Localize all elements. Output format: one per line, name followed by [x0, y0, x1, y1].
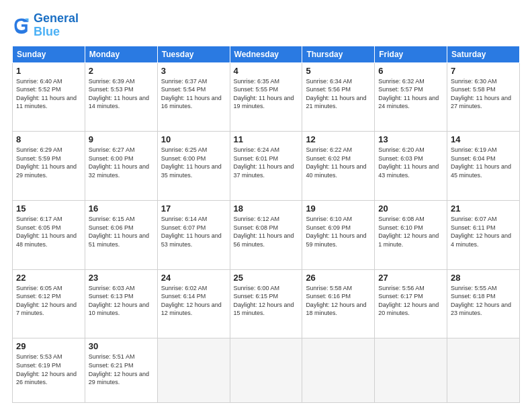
day-number: 4	[234, 66, 299, 76]
calendar-day-cell: 7Sunrise: 6:30 AMSunset: 5:58 PMDaylight…	[447, 62, 520, 132]
calendar-day-cell: 18Sunrise: 6:12 AMSunset: 6:08 PMDayligh…	[230, 200, 302, 269]
calendar-day-cell: 29Sunrise: 5:53 AMSunset: 6:19 PMDayligh…	[13, 338, 85, 403]
page: GeneralBlue SundayMondayTuesdayWednesday…	[0, 0, 532, 411]
day-number: 11	[234, 134, 299, 144]
calendar-day-cell: 9Sunrise: 6:27 AMSunset: 6:00 PMDaylight…	[85, 132, 157, 201]
day-number: 13	[378, 134, 443, 144]
day-number: 29	[16, 341, 81, 351]
day-info: Sunrise: 5:53 AMSunset: 6:19 PMDaylight:…	[16, 353, 81, 386]
day-number: 17	[161, 203, 226, 214]
calendar-day-cell	[302, 338, 375, 403]
day-number: 30	[89, 341, 154, 351]
day-info: Sunrise: 6:07 AMSunset: 6:11 PMDaylight:…	[451, 215, 516, 248]
calendar-day-cell: 8Sunrise: 6:29 AMSunset: 5:59 PMDaylight…	[13, 132, 85, 201]
calendar-day-cell: 28Sunrise: 5:55 AMSunset: 6:18 PMDayligh…	[447, 269, 520, 338]
day-info: Sunrise: 6:12 AMSunset: 6:08 PMDaylight:…	[234, 215, 299, 248]
calendar-day-cell: 22Sunrise: 6:05 AMSunset: 6:12 PMDayligh…	[13, 269, 85, 338]
day-number: 22	[16, 273, 81, 283]
day-number: 21	[451, 203, 516, 214]
calendar-day-cell: 16Sunrise: 6:15 AMSunset: 6:06 PMDayligh…	[85, 200, 157, 269]
day-number: 16	[89, 203, 154, 214]
day-info: Sunrise: 6:02 AMSunset: 6:14 PMDaylight:…	[161, 284, 226, 318]
day-info: Sunrise: 6:24 AMSunset: 6:01 PMDaylight:…	[234, 146, 299, 179]
day-number: 10	[161, 134, 226, 144]
calendar-day-cell: 25Sunrise: 6:00 AMSunset: 6:15 PMDayligh…	[230, 269, 302, 338]
day-info: Sunrise: 6:37 AMSunset: 5:54 PMDaylight:…	[161, 77, 226, 111]
day-number: 26	[306, 273, 371, 283]
calendar-day-cell	[375, 338, 447, 403]
column-header-saturday: Saturday	[447, 46, 520, 62]
day-number: 8	[16, 134, 81, 144]
column-header-monday: Monday	[85, 46, 157, 62]
day-number: 24	[161, 273, 226, 283]
day-info: Sunrise: 5:58 AMSunset: 6:16 PMDaylight:…	[306, 284, 371, 318]
calendar-day-cell: 26Sunrise: 5:58 AMSunset: 6:16 PMDayligh…	[302, 269, 375, 338]
calendar-day-cell: 20Sunrise: 6:08 AMSunset: 6:10 PMDayligh…	[375, 200, 447, 269]
logo: GeneralBlue	[12, 12, 79, 39]
day-number: 20	[378, 203, 443, 214]
day-info: Sunrise: 5:56 AMSunset: 6:17 PMDaylight:…	[378, 284, 443, 318]
day-number: 15	[16, 203, 81, 214]
calendar-day-cell: 30Sunrise: 5:51 AMSunset: 6:21 PMDayligh…	[85, 338, 157, 403]
day-info: Sunrise: 6:10 AMSunset: 6:09 PMDaylight:…	[306, 215, 371, 248]
day-number: 2	[89, 66, 154, 76]
day-info: Sunrise: 6:15 AMSunset: 6:06 PMDaylight:…	[89, 215, 154, 248]
calendar-day-cell: 17Sunrise: 6:14 AMSunset: 6:07 PMDayligh…	[157, 200, 230, 269]
day-info: Sunrise: 6:00 AMSunset: 6:15 PMDaylight:…	[234, 284, 299, 318]
header: GeneralBlue	[12, 12, 520, 39]
day-info: Sunrise: 6:29 AMSunset: 5:59 PMDaylight:…	[16, 146, 81, 179]
day-info: Sunrise: 6:19 AMSunset: 6:04 PMDaylight:…	[451, 146, 516, 179]
calendar-day-cell	[157, 338, 230, 403]
day-number: 28	[451, 273, 516, 283]
day-info: Sunrise: 6:03 AMSunset: 6:13 PMDaylight:…	[89, 284, 154, 318]
calendar-day-cell: 5Sunrise: 6:34 AMSunset: 5:56 PMDaylight…	[302, 62, 375, 132]
calendar-day-cell: 3Sunrise: 6:37 AMSunset: 5:54 PMDaylight…	[157, 62, 230, 132]
calendar-day-cell: 4Sunrise: 6:35 AMSunset: 5:55 PMDaylight…	[230, 62, 302, 132]
day-info: Sunrise: 6:22 AMSunset: 6:02 PMDaylight:…	[306, 146, 371, 179]
calendar-table: SundayMondayTuesdayWednesdayThursdayFrid…	[12, 46, 520, 403]
calendar-day-cell	[230, 338, 302, 403]
calendar-day-cell: 19Sunrise: 6:10 AMSunset: 6:09 PMDayligh…	[302, 200, 375, 269]
day-number: 9	[89, 134, 154, 144]
logo-icon	[12, 16, 31, 35]
calendar-week-row: 1Sunrise: 6:40 AMSunset: 5:52 PMDaylight…	[13, 62, 520, 132]
day-number: 3	[161, 66, 226, 76]
day-number: 27	[378, 273, 443, 283]
column-header-tuesday: Tuesday	[157, 46, 230, 62]
day-info: Sunrise: 5:51 AMSunset: 6:21 PMDaylight:…	[89, 353, 154, 386]
day-number: 25	[234, 273, 299, 283]
calendar-week-row: 8Sunrise: 6:29 AMSunset: 5:59 PMDaylight…	[13, 132, 520, 201]
calendar-day-cell: 21Sunrise: 6:07 AMSunset: 6:11 PMDayligh…	[447, 200, 520, 269]
day-info: Sunrise: 6:32 AMSunset: 5:57 PMDaylight:…	[378, 77, 443, 111]
day-number: 5	[306, 66, 371, 76]
calendar-week-row: 15Sunrise: 6:17 AMSunset: 6:05 PMDayligh…	[13, 200, 520, 269]
day-info: Sunrise: 6:27 AMSunset: 6:00 PMDaylight:…	[89, 146, 154, 179]
day-number: 6	[378, 66, 443, 76]
column-header-sunday: Sunday	[13, 46, 85, 62]
day-number: 1	[16, 66, 81, 76]
calendar-day-cell: 6Sunrise: 6:32 AMSunset: 5:57 PMDaylight…	[375, 62, 447, 132]
calendar-day-cell: 14Sunrise: 6:19 AMSunset: 6:04 PMDayligh…	[447, 132, 520, 201]
day-number: 23	[89, 273, 154, 283]
calendar-day-cell: 24Sunrise: 6:02 AMSunset: 6:14 PMDayligh…	[157, 269, 230, 338]
day-info: Sunrise: 6:08 AMSunset: 6:10 PMDaylight:…	[378, 215, 443, 248]
calendar-header-row: SundayMondayTuesdayWednesdayThursdayFrid…	[13, 46, 520, 62]
day-info: Sunrise: 6:35 AMSunset: 5:55 PMDaylight:…	[234, 77, 299, 111]
day-number: 18	[234, 203, 299, 214]
day-info: Sunrise: 6:14 AMSunset: 6:07 PMDaylight:…	[161, 215, 226, 248]
column-header-wednesday: Wednesday	[230, 46, 302, 62]
day-info: Sunrise: 6:40 AMSunset: 5:52 PMDaylight:…	[16, 77, 81, 111]
calendar-day-cell: 15Sunrise: 6:17 AMSunset: 6:05 PMDayligh…	[13, 200, 85, 269]
day-info: Sunrise: 6:05 AMSunset: 6:12 PMDaylight:…	[16, 284, 81, 318]
calendar-day-cell	[447, 338, 520, 403]
day-info: Sunrise: 6:30 AMSunset: 5:58 PMDaylight:…	[451, 77, 516, 111]
day-info: Sunrise: 5:55 AMSunset: 6:18 PMDaylight:…	[451, 284, 516, 318]
calendar-day-cell: 27Sunrise: 5:56 AMSunset: 6:17 PMDayligh…	[375, 269, 447, 338]
calendar-day-cell: 10Sunrise: 6:25 AMSunset: 6:00 PMDayligh…	[157, 132, 230, 201]
day-info: Sunrise: 6:20 AMSunset: 6:03 PMDaylight:…	[378, 146, 443, 179]
day-number: 12	[306, 134, 371, 144]
column-header-thursday: Thursday	[302, 46, 375, 62]
calendar-day-cell: 23Sunrise: 6:03 AMSunset: 6:13 PMDayligh…	[85, 269, 157, 338]
day-info: Sunrise: 6:34 AMSunset: 5:56 PMDaylight:…	[306, 77, 371, 111]
logo-text: GeneralBlue	[34, 12, 79, 39]
